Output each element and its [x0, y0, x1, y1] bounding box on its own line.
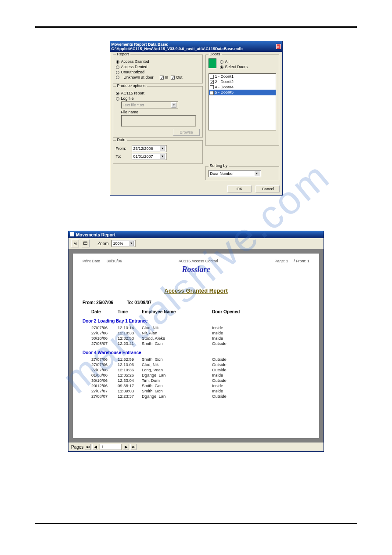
pager-last-button[interactable]: ⏭ — [130, 444, 137, 450]
report-title: Access Granted Report — [83, 287, 309, 294]
produce-group: Produce options AC115 report Log file Te… — [113, 86, 203, 138]
sorting-combo[interactable]: Door Number▾ — [209, 170, 261, 177]
radio-doors-select-label: Select Doors — [225, 65, 248, 69]
table-row: 27/07/0612:10:06Clod, NikOutside — [83, 362, 309, 367]
print-date: 30/10/06 — [107, 259, 122, 263]
pager: Pages ⏮ ◀ 1 ▶ ⏭ — [68, 443, 324, 451]
brand-logo: Rosslare — [83, 265, 309, 274]
report-group-label: Report — [116, 52, 130, 56]
doors-group: Doors All Select Doors 1 - Door#1✓2 - Do… — [205, 54, 279, 146]
dialog-titlebar: Movements Report Data Base: C:\Applic\AC… — [110, 41, 282, 52]
chevron-down-icon: ▾ — [171, 102, 176, 108]
report-page: Print Date 30/10/06 AC115 Access Control… — [73, 254, 319, 438]
dialog-buttons: OK Cancel — [110, 183, 282, 195]
radio-unauthorized-label: Unauthorized — [121, 70, 145, 74]
chevron-down-icon[interactable]: ▾ — [129, 241, 134, 246]
door-list-item[interactable]: ✓5 - Door#5 — [209, 90, 276, 95]
ok-button[interactable]: OK — [227, 185, 252, 192]
chevron-down-icon[interactable]: ▾ — [254, 171, 259, 176]
radio-log-file[interactable] — [116, 97, 119, 101]
report-group: Report Access Granted Access Denied Unau… — [113, 54, 203, 83]
date-group: Date From: 25/12/2006▾ To: 01/01/2007▾ — [113, 140, 203, 164]
document-icon — [70, 232, 74, 236]
radio-unknown[interactable] — [116, 76, 119, 79]
table-row: 20/12/0609:38:17Smith, GonInside — [83, 383, 309, 388]
table-row: 27/08/0712:23:41Smith, GonOutside — [83, 341, 309, 346]
radio-access-denied[interactable] — [116, 65, 119, 69]
radio-access-granted[interactable] — [116, 60, 119, 64]
date-to-value: 01/01/2007 — [133, 154, 153, 159]
table-row: 27/07/0711:39:03Smith, GonInside — [83, 388, 309, 393]
zoom-combo[interactable]: 100%▾ — [111, 240, 136, 247]
filename-input — [121, 115, 196, 127]
chevron-down-icon[interactable]: ▾ — [160, 146, 165, 151]
date-from-input[interactable]: 25/12/2006▾ — [132, 145, 167, 152]
table-row: 27/07/0612:10:14Clod, NikInside — [83, 325, 309, 330]
checkbox-in[interactable]: ✓ — [160, 76, 164, 80]
zoom-value: 100% — [113, 241, 123, 246]
report-window: Movements Report 🖨 🗔 Zoom 100%▾ Print Da… — [68, 231, 324, 452]
print-date-label: Print Date — [83, 259, 100, 263]
col-open: Door Opened — [212, 309, 256, 314]
pager-next-button[interactable]: ▶ — [123, 444, 129, 450]
report-titlebar: Movements Report — [68, 231, 324, 238]
pager-first-button[interactable]: ⏮ — [85, 444, 91, 450]
table-row: 30/10/0612:32:53Stodd, AleksInside — [83, 336, 309, 341]
pager-prev-button[interactable]: ◀ — [92, 444, 98, 450]
col-time: Time — [118, 309, 142, 314]
radio-unauthorized[interactable] — [116, 71, 119, 74]
pager-input[interactable]: 1 — [100, 444, 122, 450]
table-row: 27/07/0611:52:59Smith, GonOutside — [83, 357, 309, 362]
cancel-button[interactable]: Cancel — [255, 185, 280, 192]
radio-unknown-label: Unknown at door — [124, 75, 154, 80]
date-to-input[interactable]: 01/01/2007▾ — [132, 153, 167, 160]
door-list-item[interactable]: 1 - Door#1 — [209, 74, 276, 79]
radio-access-granted-label: Access Granted — [121, 59, 149, 64]
door-checkbox[interactable]: ✓ — [210, 80, 214, 84]
sorting-value: Door Number — [210, 171, 234, 176]
setup-button[interactable]: 🗔 — [82, 239, 90, 247]
radio-ac115-label: AC115 report — [121, 91, 145, 95]
door-list-item[interactable]: ✓2 - Door#2 — [209, 79, 276, 84]
pager-label: Pages — [71, 445, 83, 450]
zoom-label: Zoom — [97, 241, 109, 246]
checkbox-in-label: In — [165, 75, 169, 80]
range-to: 01/09/07 — [134, 300, 151, 305]
sorting-group: Sorting by Door Number▾ — [205, 166, 279, 180]
page-num: 1 — [286, 259, 288, 263]
col-date: Date — [91, 309, 118, 314]
file-type-value: Text file *.txt — [123, 103, 144, 107]
table-row: 01/08/0611:35:26Dgange, LanInside — [83, 373, 309, 377]
radio-doors-select[interactable] — [220, 65, 223, 69]
movements-report-dialog: Movements Report Data Base: C:\Applic\AC… — [110, 41, 283, 196]
section-header: Door 4 Warehouse Entrance — [83, 350, 309, 355]
door-checkbox[interactable] — [210, 85, 214, 89]
door-list-item[interactable]: 4 - Door#4 — [209, 84, 276, 90]
doors-group-label: Doors — [209, 52, 222, 56]
range-from: 25/07/06 — [96, 300, 113, 305]
table-row: 27/08/0712:23:37Dgange, LanOutside — [83, 394, 309, 399]
from-num: 1 — [307, 259, 309, 263]
dialog-title: Movements Report Data Base: C:\Applic\AC… — [111, 42, 276, 51]
range-from-label: From: — [83, 300, 95, 305]
radio-ac115-report[interactable] — [116, 92, 119, 95]
doors-list[interactable]: 1 - Door#1✓2 - Door#24 - Door#4✓5 - Door… — [209, 73, 276, 131]
radio-doors-all-label: All — [225, 59, 230, 64]
col-emp: Employee Name — [142, 309, 212, 314]
door-checkbox[interactable]: ✓ — [210, 91, 214, 95]
page-label: Page: — [274, 259, 285, 263]
sorting-group-label: Sorting by — [209, 163, 229, 168]
from-label: / From: — [294, 259, 306, 263]
print-button[interactable]: 🖨 — [71, 239, 79, 247]
report-window-title: Movements Report — [76, 232, 115, 237]
table-row: 27/07/0612:10:36Long, VeanOutside — [83, 367, 309, 372]
browse-button: Browse — [173, 129, 199, 136]
door-checkbox[interactable] — [210, 75, 214, 79]
close-icon[interactable]: × — [276, 44, 281, 49]
checkbox-out[interactable]: ✓ — [171, 76, 175, 80]
table-row: 27/07/0612:10:38Nir, AlanInside — [83, 330, 309, 335]
date-from-value: 25/12/2006 — [133, 146, 153, 151]
chevron-down-icon[interactable]: ▾ — [160, 154, 165, 159]
table-row: 30/10/0612:33:04Tim, DomOutside — [83, 378, 309, 383]
radio-doors-all[interactable] — [220, 60, 223, 64]
